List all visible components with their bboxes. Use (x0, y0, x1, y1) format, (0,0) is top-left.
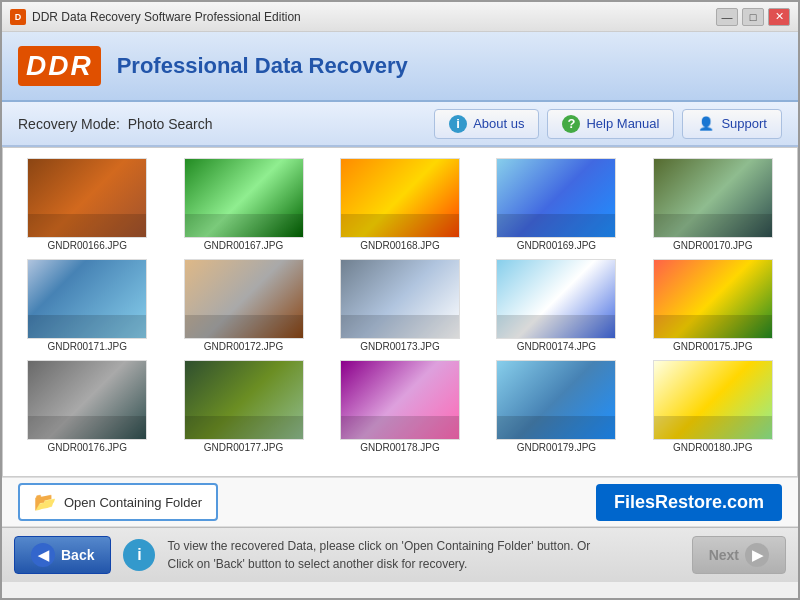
photo-item[interactable]: GNDR00171.JPG (11, 257, 163, 354)
recovery-mode: Recovery Mode: Photo Search (18, 116, 213, 132)
open-folder-button[interactable]: 📂 Open Containing Folder (18, 483, 218, 521)
app-header: DDR Professional Data Recovery (2, 32, 798, 102)
footer-message: To view the recovered Data, please click… (167, 537, 679, 573)
back-arrow-icon: ◀ (31, 543, 55, 567)
photo-thumbnail (496, 259, 616, 339)
nav-buttons: i About us ? Help Manual 👤 Support (434, 109, 782, 139)
photo-label: GNDR00172.JPG (204, 341, 283, 352)
photo-label: GNDR00175.JPG (673, 341, 752, 352)
photo-thumbnail (653, 259, 773, 339)
info-icon: i (449, 115, 467, 133)
photo-thumbnail (653, 158, 773, 238)
photo-item[interactable]: GNDR00176.JPG (11, 358, 163, 455)
photo-thumbnail (184, 360, 304, 440)
close-button[interactable]: ✕ (768, 8, 790, 26)
photo-item[interactable]: GNDR00170.JPG (637, 156, 789, 253)
support-button[interactable]: 👤 Support (682, 109, 782, 139)
photo-label: GNDR00177.JPG (204, 442, 283, 453)
photo-item[interactable]: GNDR00169.JPG (480, 156, 632, 253)
title-bar-controls: — □ ✕ (716, 8, 790, 26)
ddr-logo: DDR (18, 46, 101, 86)
photo-thumbnail (340, 360, 460, 440)
photo-item[interactable]: GNDR00180.JPG (637, 358, 789, 455)
photo-label: GNDR00168.JPG (360, 240, 439, 251)
photo-item[interactable]: GNDR00179.JPG (480, 358, 632, 455)
photo-thumbnail (653, 360, 773, 440)
minimize-button[interactable]: — (716, 8, 738, 26)
title-bar-left: D DDR Data Recovery Software Professiona… (10, 9, 301, 25)
photo-label: GNDR00173.JPG (360, 341, 439, 352)
support-icon: 👤 (697, 115, 715, 133)
about-us-button[interactable]: i About us (434, 109, 539, 139)
photo-item[interactable]: GNDR00167.JPG (167, 156, 319, 253)
photo-thumbnail (184, 158, 304, 238)
photo-item[interactable]: GNDR00172.JPG (167, 257, 319, 354)
photo-label: GNDR00176.JPG (47, 442, 126, 453)
folder-icon: 📂 (34, 491, 56, 513)
photo-label: GNDR00166.JPG (47, 240, 126, 251)
next-arrow-icon: ▶ (745, 543, 769, 567)
photo-item[interactable]: GNDR00178.JPG (324, 358, 476, 455)
photo-label: GNDR00179.JPG (517, 442, 596, 453)
window-title: DDR Data Recovery Software Professional … (32, 10, 301, 24)
photo-thumbnail (27, 360, 147, 440)
photo-item[interactable]: GNDR00175.JPG (637, 257, 789, 354)
photo-item[interactable]: GNDR00173.JPG (324, 257, 476, 354)
photo-grid: GNDR00166.JPGGNDR00167.JPGGNDR00168.JPGG… (3, 148, 797, 476)
files-restore-banner: FilesRestore.com (596, 484, 782, 521)
photo-item[interactable]: GNDR00166.JPG (11, 156, 163, 253)
title-bar: D DDR Data Recovery Software Professiona… (2, 2, 798, 32)
photo-item[interactable]: GNDR00174.JPG (480, 257, 632, 354)
photo-label: GNDR00178.JPG (360, 442, 439, 453)
photo-thumbnail (340, 158, 460, 238)
app-icon: D (10, 9, 26, 25)
photo-thumbnail (27, 259, 147, 339)
next-button[interactable]: Next ▶ (692, 536, 786, 574)
photo-label: GNDR00167.JPG (204, 240, 283, 251)
photo-thumbnail (340, 259, 460, 339)
maximize-button[interactable]: □ (742, 8, 764, 26)
photo-thumbnail (184, 259, 304, 339)
photo-label: GNDR00170.JPG (673, 240, 752, 251)
footer: ◀ Back i To view the recovered Data, ple… (2, 527, 798, 582)
photo-label: GNDR00171.JPG (47, 341, 126, 352)
nav-bar: Recovery Mode: Photo Search i About us ?… (2, 102, 798, 147)
photo-item[interactable]: GNDR00177.JPG (167, 358, 319, 455)
photo-thumbnail (27, 158, 147, 238)
photo-thumbnail (496, 158, 616, 238)
help-icon: ? (562, 115, 580, 133)
photo-label: GNDR00174.JPG (517, 341, 596, 352)
action-bar: 📂 Open Containing Folder FilesRestore.co… (2, 477, 798, 527)
photo-label: GNDR00169.JPG (517, 240, 596, 251)
photo-item[interactable]: GNDR00168.JPG (324, 156, 476, 253)
main-content: GNDR00166.JPGGNDR00167.JPGGNDR00168.JPGG… (2, 147, 798, 477)
help-manual-button[interactable]: ? Help Manual (547, 109, 674, 139)
photo-label: GNDR00180.JPG (673, 442, 752, 453)
back-button[interactable]: ◀ Back (14, 536, 111, 574)
photo-thumbnail (496, 360, 616, 440)
footer-info-icon: i (123, 539, 155, 571)
app-title: Professional Data Recovery (117, 53, 408, 79)
